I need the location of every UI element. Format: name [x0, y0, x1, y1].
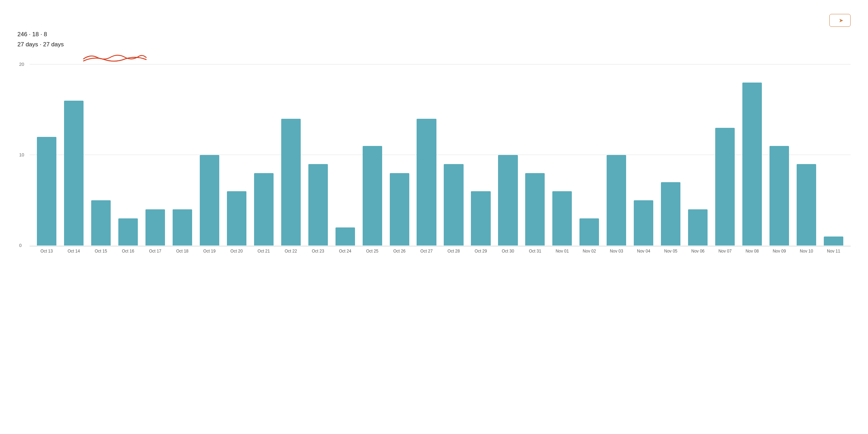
bar-group [494, 64, 521, 246]
bar-group [684, 64, 711, 246]
x-axis-label: Nov 05 [657, 249, 684, 254]
bar[interactable] [661, 182, 680, 246]
bar-group [413, 64, 440, 246]
x-axis-label: Oct 19 [196, 249, 223, 254]
bar[interactable] [118, 218, 138, 246]
y-label-0: 0 [19, 242, 22, 248]
bar[interactable] [634, 200, 653, 246]
bar-group [386, 64, 413, 246]
bar[interactable] [37, 137, 56, 246]
bar-group [142, 64, 169, 246]
bar[interactable] [552, 191, 572, 246]
bar[interactable] [254, 173, 274, 246]
separator3: · [40, 41, 43, 48]
share-icon: ➤ [839, 17, 843, 24]
x-axis-label: Oct 31 [521, 249, 549, 254]
bar[interactable] [363, 146, 382, 246]
bar[interactable] [145, 209, 165, 246]
bar[interactable] [64, 101, 84, 246]
bar[interactable] [525, 173, 545, 246]
x-axis-label: Oct 29 [467, 249, 495, 254]
bar[interactable] [200, 155, 219, 246]
chart-container: 20 10 0 Oct 13Oct 14Oct 15Oct 16Oct 17Oc… [17, 64, 851, 254]
bar-group [820, 64, 847, 246]
x-axis-label: Nov 07 [711, 249, 739, 254]
stats-section: 246 · 18 · 8 27 days · 27 days [17, 30, 851, 50]
x-axis-label: Nov 06 [684, 249, 711, 254]
x-axis-label: Oct 22 [277, 249, 305, 254]
annotation-squiggle [80, 53, 150, 63]
bar-group [576, 64, 603, 246]
bar-group [657, 64, 684, 246]
bar-group [793, 64, 820, 246]
x-axis-label: Oct 14 [60, 249, 87, 254]
bar-group [115, 64, 142, 246]
bar-group [60, 64, 87, 246]
bar-group [467, 64, 495, 246]
bar[interactable] [173, 209, 192, 246]
separator1: · [29, 31, 32, 38]
x-axis-label: Oct 18 [169, 249, 196, 254]
x-axis-label: Nov 09 [766, 249, 793, 254]
bar-group [33, 64, 60, 246]
x-axis-label: Oct 16 [115, 249, 142, 254]
annotation-area [17, 51, 851, 61]
bar[interactable] [688, 209, 708, 246]
bar-group [223, 64, 250, 246]
bar-group [603, 64, 630, 246]
bar-group [359, 64, 386, 246]
bar[interactable] [715, 128, 735, 246]
separator2: · [40, 31, 44, 38]
x-axis-label: Nov 03 [603, 249, 630, 254]
x-axis-label: Oct 13 [33, 249, 60, 254]
x-axis-label: Oct 26 [386, 249, 413, 254]
chart-area: 20 10 0 [30, 64, 851, 246]
bar[interactable] [579, 218, 599, 246]
highest-value: 18 [32, 31, 39, 38]
bar[interactable] [770, 146, 789, 246]
bar[interactable] [281, 119, 301, 246]
bar-group [711, 64, 739, 246]
bar[interactable] [390, 173, 409, 246]
bar[interactable] [417, 119, 436, 246]
bar-group [521, 64, 549, 246]
bar[interactable] [308, 164, 328, 246]
page-header: ➤ [17, 14, 851, 27]
x-axis-label: Oct 17 [142, 249, 169, 254]
x-axis-label: Oct 23 [305, 249, 332, 254]
x-axis-label: Nov 08 [739, 249, 766, 254]
x-axis-label: Nov 10 [793, 249, 820, 254]
x-axis-label: Nov 11 [820, 249, 847, 254]
bar-group [440, 64, 467, 246]
y-label-10: 10 [19, 152, 24, 157]
x-axis-label: Oct 27 [413, 249, 440, 254]
x-axis-label: Oct 24 [332, 249, 359, 254]
current-streak-value: 27 days [43, 41, 64, 48]
best-streak-value: 27 days [17, 41, 38, 48]
bar-group [630, 64, 657, 246]
x-axis: Oct 13Oct 14Oct 15Oct 16Oct 17Oct 18Oct … [30, 249, 851, 254]
bar[interactable] [336, 227, 355, 246]
bar[interactable] [91, 200, 111, 246]
bar-group [305, 64, 332, 246]
x-axis-label: Oct 20 [223, 249, 250, 254]
bar[interactable] [824, 237, 843, 246]
x-axis-line [30, 246, 851, 247]
average-value: 8 [44, 31, 47, 38]
bar-group [250, 64, 277, 246]
x-axis-label: Oct 28 [440, 249, 467, 254]
share-button[interactable]: ➤ [829, 14, 851, 27]
bar[interactable] [471, 191, 490, 246]
bar[interactable] [607, 155, 626, 246]
bar[interactable] [797, 164, 816, 246]
bar-group [332, 64, 359, 246]
bar[interactable] [444, 164, 463, 246]
bar[interactable] [498, 155, 518, 246]
x-axis-label: Oct 15 [87, 249, 115, 254]
bar-group [549, 64, 576, 246]
bar[interactable] [742, 83, 762, 246]
x-axis-label: Oct 21 [250, 249, 277, 254]
bar[interactable] [227, 191, 246, 246]
bar-group [87, 64, 115, 246]
bars-wrapper [33, 64, 847, 246]
